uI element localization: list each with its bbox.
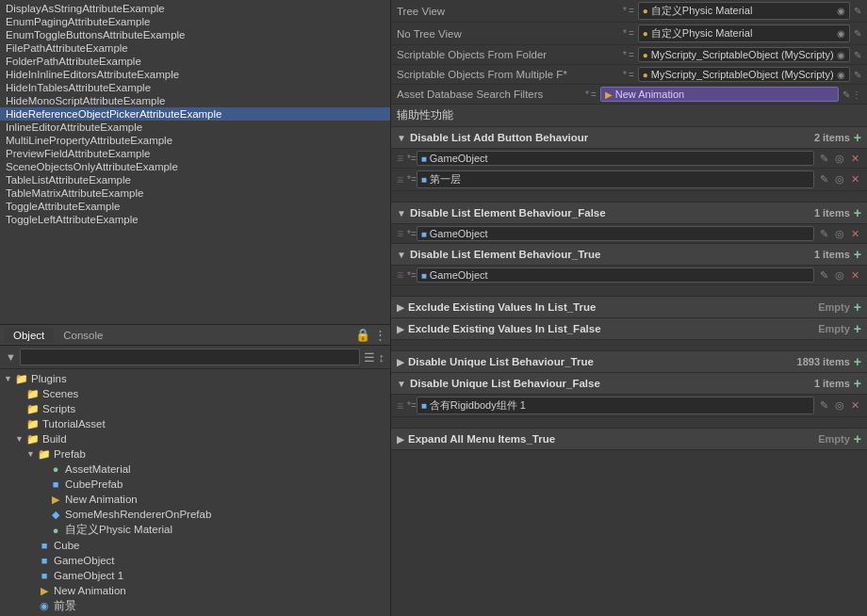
link-icon3[interactable]: * (623, 50, 627, 60)
row-equal-icon1[interactable]: = (411, 154, 417, 164)
scriptable-from-field[interactable]: ● MyScripty_ScriptableObject (MyScripty)… (638, 47, 850, 62)
tree-item-cubeprefab[interactable]: ■CubePrefab (0, 477, 390, 492)
tree-item-qianjing[interactable]: ◉前景 (0, 598, 390, 614)
search-input[interactable] (20, 349, 360, 365)
no-tree-view-field[interactable]: ● 自定义Physic Material ◉ (638, 24, 850, 42)
tab-console[interactable]: Console (54, 328, 112, 343)
add-button-uniq-true[interactable]: + (854, 354, 861, 369)
row-equal-icon3[interactable]: = (411, 229, 417, 239)
row-obj-go2[interactable]: ■ GameObject (417, 226, 814, 241)
delete-row-2[interactable]: ✕ (849, 173, 861, 186)
delete-row-3[interactable]: ✕ (849, 228, 861, 240)
add-button-add[interactable]: + (854, 130, 861, 145)
tree-item-somemeshrenderer[interactable]: ◆SomeMeshRendererOnPrefab (0, 507, 390, 522)
row-equal-icon2[interactable]: = (411, 174, 417, 185)
drag-handle-5[interactable]: ≡ (397, 399, 403, 413)
add-button-uniq-false[interactable]: + (854, 376, 861, 391)
section-arrow-uniq-false[interactable] (397, 379, 406, 389)
row-equal-icon4[interactable]: = (411, 270, 417, 281)
add-button-ex-false[interactable]: + (854, 321, 861, 336)
tree-item-plugins[interactable]: ▼📁Plugins (0, 371, 390, 386)
delete-row-5[interactable]: ✕ (849, 399, 861, 412)
tree-item-scripts[interactable]: 📁Scripts (0, 401, 390, 416)
tree-item-scenes[interactable]: 📁Scenes (0, 386, 390, 401)
attr-item-multilinepropertyattributeexample[interactable]: MultiLinePropertyAttributeExample (0, 134, 390, 147)
drag-handle-4[interactable]: ≡ (397, 268, 403, 282)
tree-item-cube[interactable]: ■Cube (0, 538, 390, 553)
link-icon4[interactable]: * (623, 70, 627, 80)
edit-icon2[interactable]: ✎ (854, 28, 861, 39)
tree-item-build[interactable]: ▼📁Build (0, 431, 390, 446)
attr-item-hideintablesattributeexample[interactable]: HideInTablesAttributeExample (0, 81, 390, 94)
attr-item-tablematrixattributeexample[interactable]: TableMatrixAttributeExample (0, 186, 390, 200)
equal-icon3[interactable]: = (629, 50, 634, 60)
tab-object[interactable]: Object (4, 328, 54, 343)
attr-item-enumtogglebuttonsattributeexample[interactable]: EnumToggleButtonsAttributeExample (0, 28, 390, 41)
sort-icon[interactable]: ↕ (379, 350, 385, 365)
link-icon[interactable]: * (623, 6, 627, 16)
edit-icon3[interactable]: ✎ (854, 50, 861, 60)
add-button-expand[interactable]: + (854, 431, 861, 446)
attr-item-folderpathattributeexample[interactable]: FolderPathAttributeExample (0, 55, 390, 68)
row-equal-icon5[interactable]: = (411, 400, 417, 411)
attr-item-displayasstringattributeexample[interactable]: DisplayAsStringAttributeExample (0, 2, 390, 15)
clone-row-2[interactable]: ◎ (833, 173, 846, 186)
link-icon2[interactable]: * (623, 28, 627, 39)
equal-icon4[interactable]: = (629, 70, 634, 80)
clone-row-5[interactable]: ◎ (833, 399, 846, 412)
tree-item-gameobject1[interactable]: ■GameObject 1 (0, 568, 390, 583)
edit-row-1[interactable]: ✎ (818, 153, 830, 165)
edit-row-4[interactable]: ✎ (818, 269, 830, 282)
section-arrow-ex-true[interactable] (397, 302, 404, 313)
drag-handle-1[interactable]: ≡ (397, 152, 403, 165)
delete-row-1[interactable]: ✕ (849, 153, 861, 165)
row-obj-rigidbody[interactable]: ■ 含有Rigidbody组件 1 (417, 397, 814, 414)
add-button-true[interactable]: + (854, 247, 861, 262)
delete-row-4[interactable]: ✕ (849, 269, 861, 282)
attr-item-inlineeditorattributeexample[interactable]: InlineEditorAttributeExample (0, 121, 390, 134)
attr-item-enumpagingattributeexample[interactable]: EnumPagingAttributeExample (0, 15, 390, 28)
row-obj-layer[interactable]: ■ 第一层 (417, 170, 814, 188)
attr-item-hidereferenceobjectpickerattributeexample[interactable]: HideReferenceObjectPickerAttributeExampl… (0, 107, 390, 121)
tree-item-prefab[interactable]: ▼📁Prefab (0, 446, 390, 462)
edit-icon[interactable]: ✎ (854, 6, 861, 16)
attr-item-filepathattributeexample[interactable]: FilePathAttributeExample (0, 41, 390, 55)
drag-handle-2[interactable]: ≡ (397, 173, 403, 186)
attr-item-sceneobjectsonlyattributeexample[interactable]: SceneObjectsOnlyAttributeExample (0, 160, 390, 173)
section-arrow-false[interactable] (397, 208, 406, 219)
link-icon5[interactable]: * (585, 89, 589, 100)
section-arrow-true[interactable] (397, 250, 406, 260)
edit-row-5[interactable]: ✎ (818, 399, 830, 412)
attr-item-toggleattributeexample[interactable]: ToggleAttributeExample (0, 200, 390, 213)
attr-item-hidemonoscriptattributeexample[interactable]: HideMonoScriptAttributeExample (0, 94, 390, 107)
attr-item-hideininlineeditorsattributeexample[interactable]: HideInInlineEditorsAttributeExample (0, 68, 390, 81)
clone-row-1[interactable]: ◎ (833, 153, 846, 165)
section-arrow-expand[interactable] (397, 434, 404, 445)
edit-row-2[interactable]: ✎ (818, 173, 830, 186)
section-arrow-uniq-true[interactable] (397, 357, 404, 367)
equal-icon5[interactable]: = (591, 89, 597, 100)
tree-item-newanimation[interactable]: ▶New Animation (0, 492, 390, 507)
drag-handle-3[interactable]: ≡ (397, 227, 403, 240)
more-options-icon[interactable]: ⋮ (852, 89, 861, 100)
asset-db-field[interactable]: ▶ New Animation (600, 87, 839, 102)
tree-item-assetmaterial[interactable]: ●AssetMaterial (0, 462, 390, 477)
edit-icon5[interactable]: ✎ (842, 89, 850, 100)
lock-icon[interactable]: 🔒 (355, 328, 370, 342)
search-filter-icon[interactable]: ☰ (364, 350, 375, 365)
add-button-false[interactable]: + (854, 205, 861, 220)
section-arrow-ex-false[interactable] (397, 324, 404, 334)
equal-icon2[interactable]: = (629, 28, 634, 39)
clone-row-3[interactable]: ◎ (833, 228, 846, 240)
edit-row-3[interactable]: ✎ (818, 228, 830, 240)
tree-item-tutorialasset[interactable]: 📁TutorialAsset (0, 416, 390, 431)
tree-item-newanimation2[interactable]: ▶New Animation (0, 583, 390, 598)
attr-item-tablelistattributeexample[interactable]: TableListAttributeExample (0, 173, 390, 186)
row-obj-go3[interactable]: ■ GameObject (417, 267, 814, 283)
tree-view-field[interactable]: ● 自定义Physic Material ◉ (638, 2, 850, 20)
tree-item-gameobject[interactable]: ■GameObject (0, 553, 390, 568)
attr-item-toggleleftattributeexample[interactable]: ToggleLeftAttributeExample (0, 213, 390, 226)
dropdown-arrow[interactable]: ▼ (6, 351, 16, 363)
section-arrow-add[interactable] (397, 133, 406, 143)
more-icon[interactable]: ⋮ (374, 328, 386, 342)
